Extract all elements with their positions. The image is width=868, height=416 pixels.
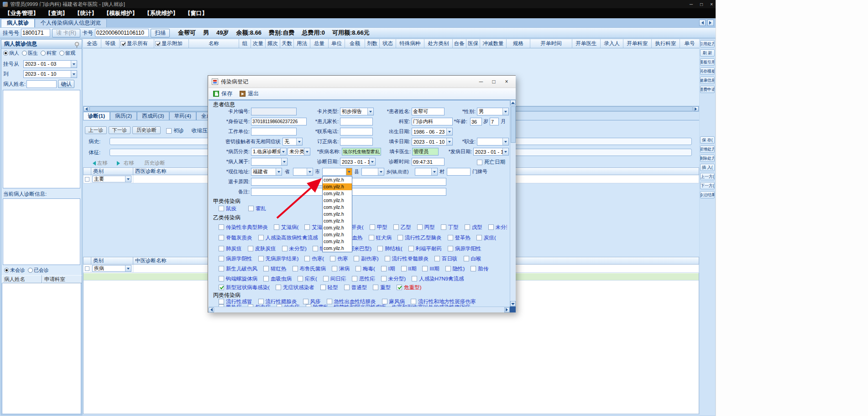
grid-column-header[interactable]: 处方类别 [424,39,453,48]
pin-icon[interactable] [75,42,79,46]
birth-date-combo[interactable]: 1986 - 06 - 23 [412,128,453,135]
filter-radio[interactable]: 病人 [3,50,19,57]
chevron-down-icon[interactable] [378,168,384,175]
dropdown-option[interactable]: com.yilz.h [323,177,352,183]
disease-checkbox[interactable]: 胎传 [471,265,488,272]
dialog-minimize-icon[interactable]: ─ [475,77,487,86]
side-action-button[interactable]: 模板引用 [700,58,715,66]
first-visit-checkbox[interactable]: 初诊 [166,127,184,134]
occupation-combo[interactable] [477,138,509,146]
diagnosis-tab[interactable]: 病历(2) [110,112,137,120]
id-card-input[interactable] [251,118,307,125]
disease-checkbox[interactable]: 艾滋病( [274,224,298,231]
case-class-combo[interactable]: 1.临床诊断病 [251,148,287,156]
chevron-down-icon[interactable] [276,168,282,175]
side-action-button[interactable]: 另存模板 [700,68,715,75]
disease-checkbox[interactable]: 淋病 [332,265,350,272]
dropdown-option[interactable]: com.yilz.h [323,224,352,231]
checkbox-box[interactable] [476,235,482,240]
dropdown-option[interactable]: com.yilz.h [323,231,352,238]
chevron-down-icon[interactable] [346,168,352,175]
maximize-icon[interactable]: □ [700,2,703,7]
dialog-maximize-icon[interactable]: □ [488,77,500,86]
grid-column-header[interactable]: 特殊病种 [396,39,424,48]
death-date-checkbox[interactable]: 死亡日期 [477,159,505,166]
age-month-input[interactable] [490,118,499,125]
resize-corner[interactable] [510,307,516,312]
card-no-input[interactable] [95,29,149,37]
grid-column-header[interactable]: 组 [239,39,251,48]
type-cell[interactable]: 主要 [91,175,133,183]
disease-checkbox[interactable]: 狂犬病 [369,234,392,241]
disease-checkbox[interactable]: 百日咳 [434,255,458,262]
scroll-thumb[interactable] [511,106,516,143]
checkbox-box[interactable] [422,266,428,271]
card-type-combo[interactable]: 初步报告 [340,108,374,115]
main-tab[interactable]: 病人就诊 [1,19,35,27]
disease-checkbox[interactable]: 利福平耐药 [408,245,442,252]
row-checkbox[interactable] [85,177,89,182]
disease-checkbox[interactable]: 梅毒( [356,265,375,272]
grid-column-header[interactable]: 单号 [680,39,699,48]
checkbox-box[interactable] [219,256,224,261]
disease-checkbox[interactable]: 伤寒( [304,255,324,262]
history-diagnosis-button[interactable]: 历史诊断 [132,126,161,134]
read-card-button[interactable]: 读 卡(R) [52,29,80,37]
disease-checkbox[interactable]: 间日疟 [323,276,346,282]
disease-checkbox[interactable]: 新型冠状病毒感染( [219,284,270,291]
next-diagnosis-button[interactable]: 下一诊 [109,126,131,134]
checkbox-box[interactable] [408,246,414,251]
row-checkbox[interactable] [85,266,89,271]
type-combo[interactable]: 主要 [92,176,131,182]
checkbox-box[interactable] [304,256,310,261]
onset-date-combo[interactable]: 2023 - 01 - 10 [473,148,509,156]
checkbox-box[interactable] [445,266,451,271]
scroll-up-icon[interactable] [510,100,516,105]
checkbox-box[interactable] [258,235,264,240]
disease-checkbox[interactable]: 副伤寒) [354,255,378,262]
dropdown-option[interactable]: com.yilz.h [323,211,352,218]
checkbox-box[interactable] [313,246,318,251]
house-no-input[interactable] [447,168,471,176]
disease-checkbox[interactable]: 流行性乙型脑炎 [397,234,442,241]
scroll-down-icon[interactable] [510,301,516,307]
grid-column-header[interactable]: 开单时间 [530,39,572,48]
disease-checkbox[interactable]: 恶性疟 [352,276,375,282]
dropdown-option[interactable]: com.yilz.h [323,245,352,252]
grid-column-header[interactable]: 频次 [266,39,280,48]
dropdown-option[interactable]: com.yilz.h [323,218,352,224]
age-year-input[interactable] [470,118,482,125]
disease-checkbox[interactable]: 血吸虫病 [263,276,292,282]
grid-column-header[interactable]: 开单医生 [572,39,601,48]
phone-input[interactable] [340,128,373,135]
show-extra-toggle[interactable]: 显示附加 [154,39,189,48]
dropdown-option[interactable]: com.yilz.h [323,190,352,197]
dropdown-option[interactable]: com.yilz.h [323,197,352,204]
checkbox-box[interactable] [248,246,253,251]
menu-item[interactable]: 【模板维护】 [101,10,141,17]
disease-checkbox[interactable]: 炭疽( [476,234,496,241]
side-action-button[interactable]: 刷 新 [700,49,715,57]
chevron-down-icon[interactable] [71,61,77,68]
disease-checkbox[interactable]: 未分型) [282,245,307,252]
consult-column-header[interactable]: 病人姓名 [2,275,42,283]
disease-checkbox[interactable]: 钩端螺旋体病 [219,276,257,282]
disease-name-input[interactable] [342,148,381,156]
disease-checkbox[interactable]: 普通型 [344,284,367,291]
checkbox-box[interactable] [377,246,383,251]
close-icon[interactable]: × [710,2,713,7]
disease-checkbox[interactable]: 肺炭疽 [219,245,242,252]
checkbox-box[interactable] [465,224,470,230]
disease-checkbox[interactable]: 人感染高致病性禽流感 [258,234,318,241]
row-select-cell[interactable] [83,175,91,183]
disease-checkbox[interactable]: 丙型 [417,224,435,231]
filter-radio[interactable]: 科室 [41,50,57,57]
dropdown-option[interactable]: com.yilz.h [323,183,352,190]
disease-checkbox[interactable]: 戊型 [465,224,482,231]
disease-checkbox[interactable]: 鼠疫 [219,205,236,212]
disease-checkbox[interactable]: 传染性非典型肺炎 [219,224,268,231]
grid-column-header[interactable]: 剂数 [365,39,380,48]
scroll-left-icon[interactable] [84,106,89,111]
chevron-down-icon[interactable] [125,265,131,271]
province-combo[interactable]: 福建省 [251,168,282,176]
